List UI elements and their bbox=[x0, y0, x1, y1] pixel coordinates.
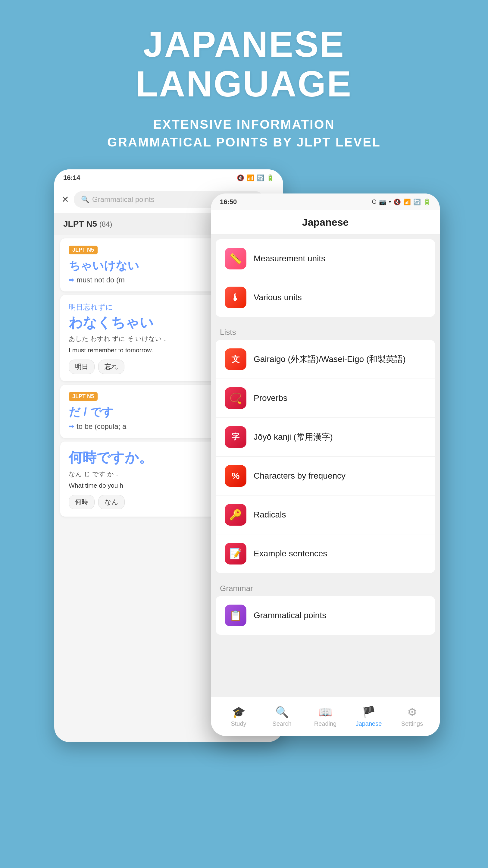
menu-item-various[interactable]: 🌡 Various units bbox=[216, 278, 435, 317]
proverbs-icon: 📿 bbox=[225, 387, 247, 409]
measurement-label: Measurement units bbox=[254, 254, 325, 264]
menu-item-frequency[interactable]: % Characters by frequency bbox=[216, 457, 435, 495]
various-icon: 🌡 bbox=[225, 287, 247, 308]
study-label: Study bbox=[231, 720, 246, 727]
front-phone: 16:50 G 📷 • 🔇 📶 🔄 🔋 Japanese 📏 Measureme… bbox=[211, 193, 440, 736]
menu-item-radicals[interactable]: 🔑 Radicals bbox=[216, 495, 435, 534]
settings-label: Settings bbox=[401, 720, 423, 727]
nav-settings[interactable]: ⚙ Settings bbox=[390, 706, 434, 727]
menu-item-gairaigo[interactable]: 文 Gairaigo (外来語)/Wasei-Eigo (和製英語) bbox=[216, 340, 435, 379]
section-title: JLPT N5 bbox=[63, 219, 97, 228]
frequency-icon: % bbox=[225, 465, 247, 487]
menu-item-examples[interactable]: 📝 Example sentences bbox=[216, 534, 435, 573]
front-status-time: 16:50 bbox=[220, 198, 237, 206]
gairaigo-label: Gairaigo (外来語)/Wasei-Eigo (和製英語) bbox=[254, 353, 406, 365]
nav-reading[interactable]: 📖 Reading bbox=[304, 706, 347, 727]
back-status-time: 16:14 bbox=[63, 174, 80, 182]
grammatical-icon: 📋 bbox=[225, 604, 247, 626]
examples-icon: 📝 bbox=[225, 543, 247, 564]
units-section: 📏 Measurement units 🌡 Various units bbox=[216, 239, 435, 317]
menu-item-grammatical[interactable]: 📋 Grammatical points bbox=[216, 596, 435, 635]
menu-item-joyo[interactable]: 字 Jōyō kanji (常用漢字) bbox=[216, 418, 435, 457]
chip-1-1[interactable]: 忘れ bbox=[98, 360, 124, 374]
search-placeholder: Grammatical points bbox=[92, 195, 155, 204]
examples-label: Example sentences bbox=[254, 549, 327, 558]
joyo-icon: 字 bbox=[225, 426, 247, 448]
grammatical-label: Grammatical points bbox=[254, 611, 326, 620]
study-icon: 🎓 bbox=[232, 706, 246, 718]
arrow-icon-2: ➡ bbox=[69, 423, 74, 430]
reading-icon: 📖 bbox=[319, 706, 332, 718]
back-status-icons: 🔇 📶 🔄 🔋 bbox=[237, 174, 274, 181]
various-label: Various units bbox=[254, 293, 302, 302]
grammar-label: Grammar bbox=[211, 578, 440, 596]
joyo-label: Jōyō kanji (常用漢字) bbox=[254, 431, 333, 443]
menu-item-proverbs[interactable]: 📿 Proverbs bbox=[216, 379, 435, 418]
arrow-icon-1: ➡ bbox=[69, 276, 74, 284]
nav-study[interactable]: 🎓 Study bbox=[217, 706, 260, 727]
hero-section: JAPANESE LANGUAGE EXTENSIVE INFORMATION … bbox=[0, 0, 488, 169]
bottom-nav: 🎓 Study 🔍 Search 📖 Reading 🏴 Japanese ⚙ … bbox=[211, 697, 440, 736]
chip-2-0[interactable]: 何時 bbox=[69, 495, 95, 509]
radicals-label: Radicals bbox=[254, 510, 286, 520]
hero-title: JAPANESE LANGUAGE bbox=[12, 24, 476, 104]
frequency-label: Characters by frequency bbox=[254, 471, 346, 481]
nav-japanese[interactable]: 🏴 Japanese bbox=[347, 706, 390, 727]
nav-search[interactable]: 🔍 Search bbox=[260, 706, 304, 727]
phones-container: 16:14 🔇 📶 🔄 🔋 ✕ 🔍 Grammatical points ⚙ J… bbox=[0, 169, 488, 832]
chip-2-1[interactable]: なん bbox=[98, 495, 125, 509]
jlpt-badge-1: JLPT N5 bbox=[69, 246, 98, 254]
menu-title: Japanese bbox=[211, 210, 440, 235]
jlpt-badge-2: JLPT N5 bbox=[69, 392, 98, 401]
proverbs-label: Proverbs bbox=[254, 393, 287, 403]
chip-1-0[interactable]: 明日 bbox=[69, 360, 95, 374]
grammar-section-menu: 📋 Grammatical points bbox=[216, 596, 435, 635]
back-phone-status-bar: 16:14 🔇 📶 🔄 🔋 bbox=[54, 169, 283, 186]
reading-label: Reading bbox=[314, 720, 337, 727]
lists-label: Lists bbox=[211, 321, 440, 340]
lists-section: 文 Gairaigo (外来語)/Wasei-Eigo (和製英語) 📿 Pro… bbox=[216, 340, 435, 573]
hero-subtitle: EXTENSIVE INFORMATION GRAMMATICAL POINTS… bbox=[12, 116, 476, 151]
close-button[interactable]: ✕ bbox=[61, 194, 69, 205]
settings-nav-icon: ⚙ bbox=[407, 706, 417, 718]
search-nav-icon: 🔍 bbox=[275, 706, 289, 718]
search-label: Search bbox=[272, 720, 291, 727]
front-phone-status-bar: 16:50 G 📷 • 🔇 📶 🔄 🔋 bbox=[211, 193, 440, 210]
section-count: (84) bbox=[99, 220, 112, 228]
front-status-icons: G 📷 • 🔇 📶 🔄 🔋 bbox=[372, 198, 431, 206]
gairaigo-icon: 文 bbox=[225, 348, 247, 370]
menu-item-measurement[interactable]: 📏 Measurement units bbox=[216, 239, 435, 278]
japanese-label: Japanese bbox=[356, 720, 382, 727]
measurement-icon: 📏 bbox=[225, 248, 247, 270]
radicals-icon: 🔑 bbox=[225, 504, 247, 526]
search-icon: 🔍 bbox=[81, 195, 89, 204]
japanese-icon: 🏴 bbox=[362, 706, 376, 718]
